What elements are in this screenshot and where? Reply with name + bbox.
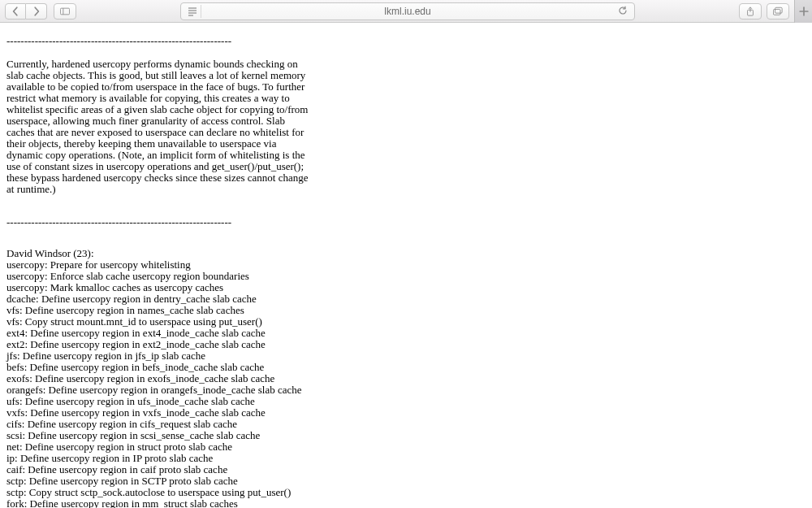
commit-line: fork: Define usercopy region in mm_struc… [6, 498, 806, 508]
sidebar-icon [60, 7, 70, 16]
svg-rect-9 [775, 7, 783, 13]
author-header: David Windsor (23): [6, 248, 806, 259]
svg-rect-8 [773, 9, 780, 15]
commit-line: orangefs: Define usercopy region in oran… [6, 384, 806, 396]
address-bar-container: lkml.iu.edu [180, 2, 635, 20]
forward-button[interactable] [26, 3, 47, 20]
browser-toolbar: lkml.iu.edu [0, 0, 812, 23]
commit-line: jfs: Define usercopy region in jfs_ip sl… [6, 350, 806, 362]
summary-paragraph: Currently, hardened usercopy performs dy… [6, 59, 315, 195]
commit-line: ext2: Define usercopy region in ext2_ino… [6, 339, 806, 350]
commit-line: usercopy: Prepare for usercopy whitelist… [6, 259, 806, 271]
chevron-left-icon [11, 7, 20, 16]
address-bar-text: lkml.iu.edu [384, 6, 430, 17]
back-button[interactable] [5, 3, 26, 20]
commit-line: ufs: Define usercopy region in ufs_inode… [6, 396, 806, 407]
chevron-right-icon [32, 7, 41, 16]
commit-line: dcache: Define usercopy region in dentry… [6, 293, 806, 305]
commit-line: vfs: Define usercopy region in names_cac… [6, 305, 806, 316]
authors-section: David Windsor (23):usercopy: Prepare for… [6, 248, 806, 508]
reader-mode-button[interactable] [184, 5, 201, 18]
sidebar-toggle-button[interactable] [54, 3, 76, 20]
share-icon [745, 7, 755, 16]
commit-line: usercopy: Mark kmalloc caches as usercop… [6, 282, 806, 293]
page-content: ----------------------------------------… [0, 23, 812, 508]
svg-rect-0 [60, 8, 69, 15]
commit-line: usercopy: Enforce slab cache usercopy re… [6, 271, 806, 282]
plus-icon [799, 7, 809, 16]
commit-line: caif: Define usercopy region in caif pro… [6, 464, 806, 475]
commit-line: scsi: Define usercopy region in scsi_sen… [6, 430, 806, 441]
commit-line: vxfs: Define usercopy region in vxfs_ino… [6, 407, 806, 419]
commit-line: ext4: Define usercopy region in ext4_ino… [6, 328, 806, 339]
ruler-bottom: ----------------------------------------… [6, 217, 806, 228]
tabs-icon [773, 7, 783, 16]
commit-line: befs: Define usercopy region in befs_ino… [6, 362, 806, 373]
commit-line: exofs: Define usercopy region in exofs_i… [6, 373, 806, 384]
author-block: David Windsor (23):usercopy: Prepare for… [6, 248, 806, 508]
commit-line: net: Define usercopy region in struct pr… [6, 441, 806, 453]
reload-button[interactable] [618, 6, 629, 17]
ruler-top: ----------------------------------------… [6, 36, 806, 47]
toolbar-right-group [739, 3, 807, 20]
commit-line: cifs: Define usercopy region in cifs_req… [6, 419, 806, 430]
reader-icon [188, 7, 197, 16]
commit-line: sctp: Define usercopy region in SCTP pro… [6, 475, 806, 487]
commit-line: sctp: Copy struct sctp_sock.autoclose to… [6, 487, 806, 498]
show-tabs-button[interactable] [767, 3, 789, 20]
reload-icon [618, 6, 628, 15]
commit-line: vfs: Copy struct mount.mnt_id to userspa… [6, 316, 806, 328]
share-button[interactable] [739, 3, 762, 20]
nav-button-group [5, 3, 47, 20]
address-bar[interactable]: lkml.iu.edu [180, 2, 635, 20]
new-tab-button[interactable] [794, 0, 812, 23]
commit-line: ip: Define usercopy region in IP proto s… [6, 453, 806, 464]
